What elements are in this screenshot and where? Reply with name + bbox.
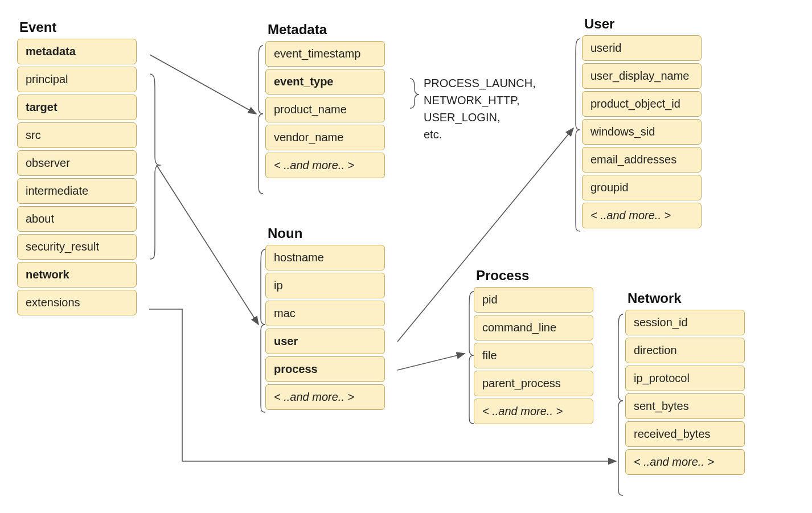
field-user-groupid: groupid [582,175,702,200]
field-event-about: about [17,206,137,232]
field-network-sent-bytes: sent_bytes [625,393,745,419]
field-metadata-event-type: event_type [265,69,385,95]
field-network-ip-protocol: ip_protocol [625,366,745,391]
field-metadata-product-name: product_name [265,97,385,122]
field-event-src: src [17,122,137,148]
annotation-line-1: PROCESS_LAUNCH, [424,75,536,92]
entity-metadata: Metadata event_timestamp event_type prod… [265,22,385,178]
entity-process-fields: pid command_line file parent_process < .… [474,287,593,424]
field-process-pid: pid [474,287,593,313]
field-user-userid: userid [582,35,702,61]
svg-line-4 [397,354,465,370]
field-noun-user: user [265,329,385,354]
entity-network-fields: session_id direction ip_protocol sent_by… [625,310,745,475]
field-user-display-name: user_display_name [582,63,702,89]
field-noun-hostname: hostname [265,245,385,270]
field-process-more: < ..and more.. > [474,399,593,424]
field-noun-more: < ..and more.. > [265,384,385,410]
field-metadata-vendor-name: vendor_name [265,125,385,150]
field-network-received-bytes: received_bytes [625,421,745,447]
field-metadata-event-timestamp: event_timestamp [265,41,385,67]
entity-process: Process pid command_line file parent_pro… [474,268,593,424]
svg-line-2 [157,165,259,325]
entity-network: Network session_id direction ip_protocol… [625,290,745,475]
field-network-direction: direction [625,338,745,363]
field-user-email-addresses: email_addresses [582,147,702,173]
entity-network-title: Network [628,290,745,306]
field-process-command-line: command_line [474,315,593,340]
field-process-parent-process: parent_process [474,371,593,396]
annotation-line-2: NETWORK_HTTP, [424,92,536,109]
entity-event: Event metadata principal target src obse… [17,19,137,315]
field-event-target: target [17,95,137,120]
field-network-session-id: session_id [625,310,745,335]
field-network-more: < ..and more.. > [625,449,745,475]
entity-noun-title: Noun [268,225,385,241]
field-noun-process: process [265,356,385,382]
field-event-metadata: metadata [17,39,137,64]
entity-noun-fields: hostname ip mac user process < ..and mor… [265,245,385,410]
field-user-windows-sid: windows_sid [582,119,702,145]
field-process-file: file [474,343,593,368]
field-noun-ip: ip [265,273,385,298]
entity-event-fields: metadata principal target src observer i… [17,39,137,315]
entity-user: User userid user_display_name product_ob… [582,16,702,228]
entity-user-title: User [584,16,702,32]
entity-process-title: Process [476,268,593,284]
field-noun-mac: mac [265,301,385,326]
field-user-product-object-id: product_object_id [582,91,702,117]
entity-event-title: Event [19,19,137,35]
svg-line-1 [150,55,256,114]
field-metadata-more: < ..and more.. > [265,153,385,178]
field-event-observer: observer [17,150,137,176]
entity-metadata-title: Metadata [268,22,385,38]
field-event-principal: principal [17,67,137,92]
annotation-line-4: etc. [424,126,536,143]
entity-user-fields: userid user_display_name product_object_… [582,35,702,228]
annotation-line-3: USER_LOGIN, [424,109,536,126]
entity-metadata-fields: event_timestamp event_type product_name … [265,41,385,178]
entity-noun: Noun hostname ip mac user process < ..an… [265,225,385,410]
field-user-more: < ..and more.. > [582,203,702,228]
field-event-network: network [17,262,137,288]
field-event-security-result: security_result [17,234,137,260]
event-type-annotation: PROCESS_LAUNCH, NETWORK_HTTP, USER_LOGIN… [424,75,536,143]
field-event-extensions: extensions [17,290,137,315]
field-event-intermediate: intermediate [17,178,137,204]
